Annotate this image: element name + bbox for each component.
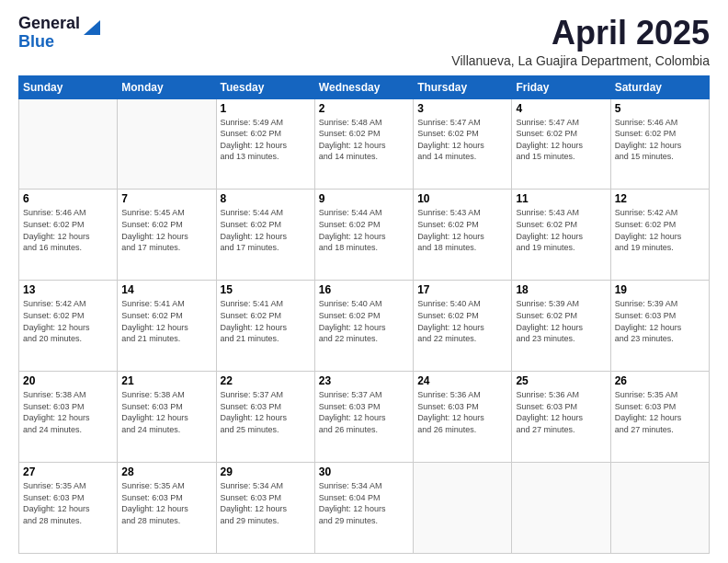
day-number: 12: [615, 192, 705, 205]
calendar-cell: 16Sunrise: 5:40 AMSunset: 6:02 PMDayligh…: [314, 281, 413, 372]
calendar-cell: 30Sunrise: 5:34 AMSunset: 6:04 PMDayligh…: [314, 463, 413, 554]
day-number: 1: [221, 102, 311, 115]
day-number: 11: [516, 192, 606, 205]
day-number: 17: [417, 283, 507, 296]
calendar-cell: 13Sunrise: 5:42 AMSunset: 6:02 PMDayligh…: [19, 281, 118, 372]
calendar-header-row: Sunday Monday Tuesday Wednesday Thursday…: [19, 75, 710, 98]
day-info: Sunrise: 5:48 AMSunset: 6:02 PMDaylight:…: [319, 117, 409, 163]
day-info: Sunrise: 5:43 AMSunset: 6:02 PMDaylight:…: [516, 207, 606, 253]
col-sunday: Sunday: [19, 75, 118, 98]
calendar-cell: 18Sunrise: 5:39 AMSunset: 6:02 PMDayligh…: [512, 281, 610, 372]
day-number: 23: [319, 374, 409, 387]
calendar-cell: 2Sunrise: 5:48 AMSunset: 6:02 PMDaylight…: [314, 98, 413, 190]
calendar-cell: 24Sunrise: 5:36 AMSunset: 6:03 PMDayligh…: [414, 372, 512, 463]
day-info: Sunrise: 5:40 AMSunset: 6:02 PMDaylight:…: [417, 298, 507, 344]
col-saturday: Saturday: [610, 75, 709, 98]
day-info: Sunrise: 5:42 AMSunset: 6:02 PMDaylight:…: [615, 207, 705, 253]
calendar-cell: 25Sunrise: 5:36 AMSunset: 6:03 PMDayligh…: [512, 372, 610, 463]
calendar-cell: 4Sunrise: 5:47 AMSunset: 6:02 PMDaylight…: [512, 98, 610, 190]
calendar-week-row: 1Sunrise: 5:49 AMSunset: 6:02 PMDaylight…: [19, 98, 710, 190]
calendar-week-row: 20Sunrise: 5:38 AMSunset: 6:03 PMDayligh…: [19, 372, 710, 463]
day-number: 6: [23, 192, 113, 205]
logo-general: General: [18, 15, 80, 33]
header: General Blue April 2025 Villanueva, La G…: [18, 15, 710, 68]
day-number: 20: [23, 374, 113, 387]
day-info: Sunrise: 5:44 AMSunset: 6:02 PMDaylight:…: [319, 207, 409, 253]
main-title: April 2025: [451, 15, 710, 52]
calendar-cell: 12Sunrise: 5:42 AMSunset: 6:02 PMDayligh…: [610, 190, 709, 281]
col-thursday: Thursday: [414, 75, 512, 98]
day-number: 3: [417, 102, 507, 115]
day-info: Sunrise: 5:45 AMSunset: 6:02 PMDaylight:…: [121, 207, 211, 253]
logo: General Blue: [18, 15, 102, 52]
calendar-cell: 26Sunrise: 5:35 AMSunset: 6:03 PMDayligh…: [610, 372, 709, 463]
day-info: Sunrise: 5:38 AMSunset: 6:03 PMDaylight:…: [121, 389, 211, 435]
page: General Blue April 2025 Villanueva, La G…: [0, 0, 728, 563]
calendar-cell: 20Sunrise: 5:38 AMSunset: 6:03 PMDayligh…: [19, 372, 118, 463]
day-info: Sunrise: 5:47 AMSunset: 6:02 PMDaylight:…: [516, 117, 606, 163]
day-number: 25: [516, 374, 606, 387]
day-number: 30: [319, 465, 409, 478]
calendar-cell: 8Sunrise: 5:44 AMSunset: 6:02 PMDaylight…: [216, 190, 314, 281]
day-info: Sunrise: 5:39 AMSunset: 6:03 PMDaylight:…: [615, 298, 705, 344]
calendar-cell: 27Sunrise: 5:35 AMSunset: 6:03 PMDayligh…: [19, 463, 118, 554]
calendar-week-row: 6Sunrise: 5:46 AMSunset: 6:02 PMDaylight…: [19, 190, 710, 281]
calendar-cell: [19, 98, 118, 190]
calendar-cell: 29Sunrise: 5:34 AMSunset: 6:03 PMDayligh…: [216, 463, 314, 554]
day-info: Sunrise: 5:41 AMSunset: 6:02 PMDaylight:…: [121, 298, 211, 344]
day-info: Sunrise: 5:35 AMSunset: 6:03 PMDaylight:…: [23, 480, 113, 526]
col-monday: Monday: [118, 75, 216, 98]
calendar-cell: 5Sunrise: 5:46 AMSunset: 6:02 PMDaylight…: [610, 98, 709, 190]
day-info: Sunrise: 5:39 AMSunset: 6:02 PMDaylight:…: [516, 298, 606, 344]
day-info: Sunrise: 5:38 AMSunset: 6:03 PMDaylight:…: [23, 389, 113, 435]
day-number: 8: [221, 192, 311, 205]
col-tuesday: Tuesday: [216, 75, 314, 98]
day-info: Sunrise: 5:36 AMSunset: 6:03 PMDaylight:…: [516, 389, 606, 435]
day-info: Sunrise: 5:46 AMSunset: 6:02 PMDaylight:…: [615, 117, 705, 163]
calendar-cell: 15Sunrise: 5:41 AMSunset: 6:02 PMDayligh…: [216, 281, 314, 372]
calendar-cell: [512, 463, 610, 554]
calendar-cell: 10Sunrise: 5:43 AMSunset: 6:02 PMDayligh…: [414, 190, 512, 281]
day-number: 13: [23, 283, 113, 296]
day-info: Sunrise: 5:34 AMSunset: 6:03 PMDaylight:…: [221, 480, 311, 526]
day-number: 29: [221, 465, 311, 478]
calendar-cell: [414, 463, 512, 554]
calendar-cell: 3Sunrise: 5:47 AMSunset: 6:02 PMDaylight…: [414, 98, 512, 190]
day-number: 26: [615, 374, 705, 387]
day-info: Sunrise: 5:35 AMSunset: 6:03 PMDaylight:…: [615, 389, 705, 435]
calendar-cell: 17Sunrise: 5:40 AMSunset: 6:02 PMDayligh…: [414, 281, 512, 372]
day-info: Sunrise: 5:43 AMSunset: 6:02 PMDaylight:…: [417, 207, 507, 253]
day-number: 2: [319, 102, 409, 115]
day-number: 14: [121, 283, 211, 296]
day-info: Sunrise: 5:41 AMSunset: 6:02 PMDaylight:…: [221, 298, 311, 344]
col-wednesday: Wednesday: [314, 75, 413, 98]
calendar-cell: 21Sunrise: 5:38 AMSunset: 6:03 PMDayligh…: [118, 372, 216, 463]
day-info: Sunrise: 5:37 AMSunset: 6:03 PMDaylight:…: [221, 389, 311, 435]
calendar-cell: [610, 463, 709, 554]
day-info: Sunrise: 5:42 AMSunset: 6:02 PMDaylight:…: [23, 298, 113, 344]
day-number: 4: [516, 102, 606, 115]
subtitle: Villanueva, La Guajira Department, Colom…: [451, 53, 710, 68]
col-friday: Friday: [512, 75, 610, 98]
svg-marker-0: [84, 20, 100, 35]
calendar-cell: 22Sunrise: 5:37 AMSunset: 6:03 PMDayligh…: [216, 372, 314, 463]
calendar-cell: [118, 98, 216, 190]
calendar-cell: 7Sunrise: 5:45 AMSunset: 6:02 PMDaylight…: [118, 190, 216, 281]
day-number: 28: [121, 465, 211, 478]
day-number: 19: [615, 283, 705, 296]
day-number: 7: [121, 192, 211, 205]
calendar-cell: 19Sunrise: 5:39 AMSunset: 6:03 PMDayligh…: [610, 281, 709, 372]
day-number: 10: [417, 192, 507, 205]
day-info: Sunrise: 5:40 AMSunset: 6:02 PMDaylight:…: [319, 298, 409, 344]
day-info: Sunrise: 5:37 AMSunset: 6:03 PMDaylight:…: [319, 389, 409, 435]
day-number: 15: [221, 283, 311, 296]
day-number: 21: [121, 374, 211, 387]
day-number: 5: [615, 102, 705, 115]
logo-wing-icon: [82, 17, 102, 37]
day-number: 22: [221, 374, 311, 387]
calendar-cell: 14Sunrise: 5:41 AMSunset: 6:02 PMDayligh…: [118, 281, 216, 372]
day-info: Sunrise: 5:44 AMSunset: 6:02 PMDaylight:…: [221, 207, 311, 253]
calendar-cell: 6Sunrise: 5:46 AMSunset: 6:02 PMDaylight…: [19, 190, 118, 281]
calendar-cell: 9Sunrise: 5:44 AMSunset: 6:02 PMDaylight…: [314, 190, 413, 281]
calendar-cell: 23Sunrise: 5:37 AMSunset: 6:03 PMDayligh…: [314, 372, 413, 463]
